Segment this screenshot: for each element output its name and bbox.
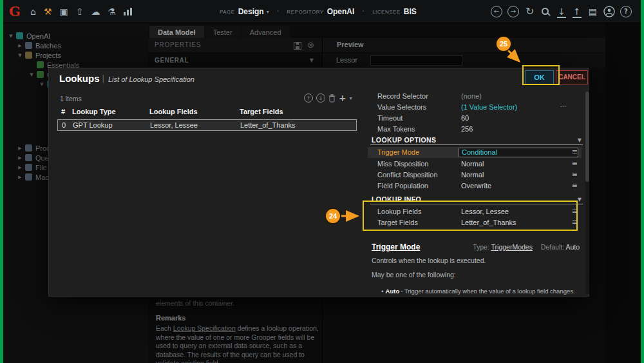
export-icon[interactable]: ⇧ <box>76 7 84 16</box>
prop-row-timeout[interactable]: Timeout 60 <box>368 113 582 124</box>
menu-icon[interactable]: ≡ <box>572 148 578 156</box>
prop-label: Timeout <box>377 114 402 122</box>
items-count: 1 items <box>60 95 82 103</box>
cell-lookup-fields: Lessor, Lessee <box>150 121 198 129</box>
default-value: Auto <box>565 243 580 251</box>
prop-value: Letter_of_Thanks <box>461 219 516 226</box>
prop-row-record-selector[interactable]: Record Selector (none) <box>368 91 582 102</box>
repository-label: REPOSITORY <box>287 9 324 15</box>
column-header: Lookup Type <box>72 108 116 115</box>
prop-row-miss-disposition[interactable]: Miss Disposition Normal ≡ <box>368 159 582 170</box>
help-icon[interactable]: ? <box>620 6 632 17</box>
prop-row-conflict-disposition[interactable]: Conflict Disposition Normal ≡ <box>368 170 582 181</box>
list-toolbar: ↑ ↓ + ▾ <box>304 93 352 103</box>
window-edge <box>0 0 3 363</box>
separator-dot: · <box>362 7 365 16</box>
forward-icon[interactable]: → <box>507 6 519 17</box>
refresh-icon[interactable]: ↻ <box>526 6 534 17</box>
licensee-label: LICENSEE <box>372 9 401 15</box>
repository-value[interactable]: OpenAI <box>327 7 355 16</box>
chevron-down-icon[interactable]: ▼ <box>578 197 582 202</box>
type-value-link[interactable]: TriggerModes <box>491 243 533 251</box>
app-window: G ⌂ ⚒ ▣ ⇧ ☁ ⚗ PAGE Design ▾ · REPOSITORY… <box>0 0 644 363</box>
licensee-value: BIS <box>404 7 417 16</box>
scrollbar-track[interactable] <box>585 92 589 294</box>
help-bullet: •Auto- Trigger automatically when the va… <box>381 288 575 295</box>
default-label: Default: <box>541 243 564 251</box>
topbar-left-icons: ⌂ ⚒ ▣ ⇧ ☁ ⚗ <box>26 7 136 16</box>
stats-icon[interactable] <box>124 8 132 15</box>
bullet-icon: • <box>381 288 384 295</box>
menu-icon[interactable]: ≡ <box>572 207 578 215</box>
column-header: Target Fields <box>240 108 283 115</box>
annotation-badge-25: 25 <box>497 37 511 51</box>
prop-row-target-fields[interactable]: Target Fields Letter_of_Thanks ≡ <box>368 217 582 228</box>
prop-value[interactable]: (1 Value Selector) <box>461 103 517 111</box>
prop-row-value-selectors[interactable]: Value Selectors (1 Value Selector) ... <box>368 102 582 113</box>
ok-button[interactable]: OK <box>525 70 554 84</box>
menu-icon[interactable]: ≡ <box>572 159 578 168</box>
add-icon[interactable]: + <box>339 93 346 103</box>
flask-icon[interactable]: ⚗ <box>108 7 116 16</box>
prop-row-field-population[interactable]: Field Population Overwrite ≡ <box>368 181 582 191</box>
prop-label: Lookup Fields <box>377 208 422 215</box>
prop-label: Max Tokens <box>377 125 415 133</box>
prop-value[interactable]: Overwrite <box>461 182 491 190</box>
lookups-dialog: Lookups | List of Lookup Specification O… <box>48 68 589 297</box>
menu-icon[interactable]: ≡ <box>572 170 578 179</box>
ellipsis-button[interactable]: ... <box>560 101 566 108</box>
prop-row-max-tokens[interactable]: Max Tokens 256 <box>368 124 582 135</box>
prop-label: Trigger Mode <box>377 148 419 156</box>
prop-label: Value Selectors <box>377 103 426 111</box>
download-icon[interactable]: ↓ <box>558 7 565 16</box>
search-icon[interactable] <box>542 8 549 15</box>
cell-lookup-type: GPT Lookup <box>73 121 113 129</box>
prop-label: Target Fields <box>377 219 418 226</box>
move-down-icon[interactable]: ↓ <box>316 93 325 103</box>
page-value[interactable]: Design <box>238 7 264 16</box>
separator-dot: · <box>277 7 279 16</box>
help-text: May be one of the following: <box>372 271 456 279</box>
cell-target-fields: Letter_of_Thanks <box>240 121 296 129</box>
prop-label: Record Selector <box>377 92 428 100</box>
bullet-term: Auto <box>386 288 400 295</box>
dialog-subtitle: List of Lookup Specification <box>108 75 194 83</box>
prop-row-trigger-mode[interactable]: Trigger Mode Conditional ≡ <box>368 147 582 158</box>
prop-label: Field Population <box>377 182 428 190</box>
prop-value: Lessor, Lessee <box>461 208 509 215</box>
cancel-button[interactable]: CANCEL <box>556 70 588 84</box>
section-lookup-info[interactable]: LOOKUP INFO ▼ <box>370 195 583 204</box>
prop-row-lookup-fields[interactable]: Lookup Fields Lessor, Lessee ≡ <box>368 206 582 217</box>
scrollbar-thumb[interactable] <box>585 92 589 182</box>
home-icon[interactable]: ⌂ <box>30 7 36 16</box>
topbar-right-icons: ← → ↻ ↓ ↑ ▤ ? <box>488 6 634 17</box>
prop-value[interactable]: Normal <box>461 171 484 179</box>
prop-value[interactable]: 60 <box>461 114 469 122</box>
lookup-table-row[interactable]: 0 GPT Lookup Lessor, Lessee Letter_of_Th… <box>57 119 357 131</box>
add-dropdown-icon[interactable]: ▾ <box>350 95 352 101</box>
chevron-down-icon[interactable]: ▾ <box>267 9 269 15</box>
prop-value[interactable]: (none) <box>461 92 482 100</box>
grooper-logo[interactable]: G <box>3 3 26 19</box>
trigger-mode-field[interactable]: Conditional <box>459 148 578 157</box>
topbar: G ⌂ ⚒ ▣ ⇧ ☁ ⚗ PAGE Design ▾ · REPOSITORY… <box>3 0 641 23</box>
section-lookup-options[interactable]: LOOKUP OPTIONS ▼ <box>370 135 583 145</box>
menu-icon[interactable]: ≡ <box>572 181 578 190</box>
prop-value[interactable]: 256 <box>461 125 473 133</box>
chevron-down-icon[interactable]: ▼ <box>578 137 582 143</box>
section-title: LOOKUP INFO <box>372 195 421 203</box>
prop-value[interactable]: Normal <box>461 160 484 168</box>
archive-icon[interactable]: ▣ <box>59 7 68 16</box>
column-header: Lookup Fields <box>149 108 198 115</box>
upload-icon[interactable]: ↑ <box>573 7 581 16</box>
layers-icon[interactable]: ▤ <box>589 7 597 16</box>
back-icon[interactable]: ← <box>491 6 502 17</box>
cell-index: 0 <box>62 121 66 129</box>
delete-icon[interactable] <box>328 94 336 103</box>
account-icon[interactable] <box>603 6 615 17</box>
menu-icon[interactable]: ≡ <box>572 218 578 226</box>
cloud-icon[interactable]: ☁ <box>91 7 100 16</box>
move-up-icon[interactable]: ↑ <box>304 93 313 103</box>
column-header: # <box>61 108 65 115</box>
tools-icon[interactable]: ⚒ <box>44 7 52 16</box>
